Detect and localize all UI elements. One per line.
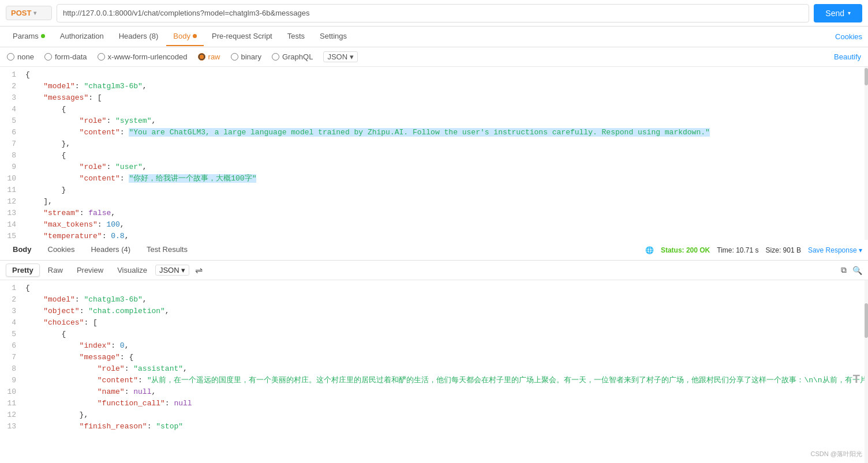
beautify-button[interactable]: Beautify (834, 52, 861, 61)
filter-icon[interactable]: ⇌ (195, 265, 203, 276)
response-tab-nav: Body Cookies Headers (4) Test Results 🌐 … (0, 240, 868, 261)
fmt-tab-visualize[interactable]: Visualize (111, 264, 153, 276)
body-type-binary[interactable]: binary (231, 52, 261, 61)
method-selector[interactable]: POST ▾ (6, 6, 52, 20)
json-chevron-icon: ▾ (350, 52, 354, 61)
resp-line-4: 4 "choices": [ (0, 317, 868, 329)
body-dot (193, 34, 197, 38)
req-line-2: 2 "model": "chatglm3-6b", (0, 81, 868, 92)
tab-headers[interactable]: Headers (8) (112, 27, 166, 46)
fmt-tab-preview-label: Preview (77, 266, 103, 274)
request-editor[interactable]: 1{ 2 "model": "chatglm3-6b", 3 "messages… (0, 67, 868, 240)
send-button[interactable]: Send ▾ (814, 4, 862, 22)
body-type-urlencoded[interactable]: x-www-form-urlencoded (98, 52, 188, 61)
req-line-15: 15 "temperature": 0.8, (0, 231, 868, 240)
json-type-selector[interactable]: JSON ▾ (323, 51, 358, 62)
resp-line-6: 6 "index": 0, (0, 340, 868, 352)
req-line-9: 9 "role": "user", (0, 161, 868, 173)
request-code-area[interactable]: 1{ 2 "model": "chatglm3-6b", 3 "messages… (0, 67, 868, 240)
response-format-bar: Pretty Raw Preview Visualize JSON ▾ ⇌ ⧉ … (0, 261, 868, 280)
resp-tab-headers-label: Headers (4) (91, 245, 130, 254)
resp-line-3: 3 "object": "chat.completion", (0, 306, 868, 317)
resp-line-12: 12 }, (0, 409, 868, 421)
fmt-tab-visualize-label: Visualize (117, 266, 147, 274)
response-time: Time: 10.71 s (717, 246, 758, 254)
json-format-chevron-icon: ▾ (181, 266, 185, 274)
body-type-formdata[interactable]: form-data (44, 52, 87, 61)
resp-line-8: 8 "role": "assistant", (0, 363, 868, 375)
req-line-13: 13 "stream": false, (0, 208, 868, 219)
req-line-4: 4 { (0, 104, 868, 115)
resp-tab-body[interactable]: Body (6, 240, 39, 259)
save-response-label: Save Response (808, 246, 857, 254)
tab-authorization[interactable]: Authorization (53, 27, 111, 46)
copy-icon[interactable]: ⧉ (841, 265, 847, 275)
fmt-tab-raw[interactable]: Raw (42, 264, 69, 276)
resp-line-1: 1{ (0, 283, 868, 294)
tab-settings-label: Settings (320, 32, 347, 40)
resp-line-5: 5 { (0, 329, 868, 340)
body-type-graphql[interactable]: GraphQL (272, 52, 313, 61)
tab-headers-label: Headers (8) (119, 32, 159, 40)
fmt-tab-pretty-label: Pretty (12, 266, 33, 274)
response-section: Body Cookies Headers (4) Test Results 🌐 … (0, 240, 868, 463)
tab-settings[interactable]: Settings (313, 27, 354, 46)
resp-tab-test-results[interactable]: Test Results (140, 240, 194, 259)
req-line-1: 1{ (0, 69, 868, 81)
response-size: Size: 901 B (766, 246, 801, 254)
tab-body-label: Body (173, 32, 190, 40)
tab-authorization-label: Authorization (60, 32, 104, 40)
resp-line-10: 10 "name": null, (0, 386, 868, 398)
body-type-none[interactable]: none (7, 52, 34, 61)
req-line-6: 6 "content": "You are ChatGLM3, a large … (0, 127, 868, 138)
cookies-label: Cookies (835, 32, 862, 41)
main-layout: Params Authorization Headers (8) Body Pr… (0, 27, 868, 463)
req-scrollbar-thumb (865, 68, 868, 85)
search-response-icon[interactable]: 🔍 (852, 266, 862, 275)
resp-tab-test-results-label: Test Results (147, 245, 188, 254)
body-type-raw[interactable]: raw (198, 52, 220, 61)
url-bar: POST ▾ Send ▾ (0, 0, 868, 27)
method-chevron-icon: ▾ (33, 10, 36, 16)
status-code: Status: 200 OK (661, 246, 710, 254)
resp-tab-body-label: Body (13, 245, 32, 254)
tab-params-label: Params (13, 32, 39, 40)
resp-scrollbar-thumb (865, 303, 868, 338)
tab-pre-request[interactable]: Pre-request Script (205, 27, 279, 46)
resp-line-11: 11 "function_call": null (0, 398, 868, 409)
tab-body[interactable]: Body (166, 27, 204, 46)
save-response-chevron-icon: ▾ (859, 246, 862, 254)
json-label: JSON (327, 52, 347, 61)
json-format-selector[interactable]: JSON ▾ (155, 265, 189, 276)
tab-params[interactable]: Params (6, 27, 52, 46)
req-line-5: 5 "role": "system", (0, 115, 868, 127)
resp-line-7: 7 "message": { (0, 352, 868, 363)
resp-line-9: 9 "content": "从前，在一个遥远的国度里，有一个美丽的村庄。这个村庄… (0, 375, 868, 386)
cookies-button[interactable]: Cookies (835, 32, 862, 41)
save-response-button[interactable]: Save Response ▾ (808, 246, 862, 254)
resp-tab-headers[interactable]: Headers (4) (84, 240, 137, 259)
request-section: Params Authorization Headers (8) Body Pr… (0, 27, 868, 240)
text-wrap-icon[interactable]: T (853, 372, 860, 386)
fmt-tab-preview[interactable]: Preview (71, 264, 109, 276)
req-scrollbar-track (865, 67, 868, 240)
body-type-bar: none form-data x-www-form-urlencoded raw… (0, 47, 868, 67)
resp-line-2: 2 "model": "chatglm3-6b", (0, 294, 868, 306)
req-line-11: 11 } (0, 185, 868, 196)
resp-line-13: 13 "finish_reason": "stop" (0, 421, 868, 432)
request-tab-nav: Params Authorization Headers (8) Body Pr… (0, 27, 868, 47)
fmt-tab-pretty[interactable]: Pretty (6, 264, 40, 277)
resp-scrollbar-track (865, 280, 868, 463)
response-editor[interactable]: 1{ 2 "model": "chatglm3-6b", 3 "object":… (0, 280, 868, 463)
tab-pre-request-label: Pre-request Script (212, 32, 272, 40)
resp-tab-cookies-label: Cookies (48, 245, 75, 254)
response-code-area[interactable]: 1{ 2 "model": "chatglm3-6b", 3 "object":… (0, 280, 868, 463)
globe-icon: 🌐 (645, 246, 654, 254)
tab-tests[interactable]: Tests (280, 27, 312, 46)
json-format-label: JSON (159, 266, 179, 274)
req-line-3: 3 "messages": [ (0, 92, 868, 104)
url-input[interactable] (57, 4, 809, 22)
resp-tab-cookies[interactable]: Cookies (41, 240, 82, 259)
req-line-8: 8 { (0, 150, 868, 161)
req-line-7: 7 }, (0, 138, 868, 150)
